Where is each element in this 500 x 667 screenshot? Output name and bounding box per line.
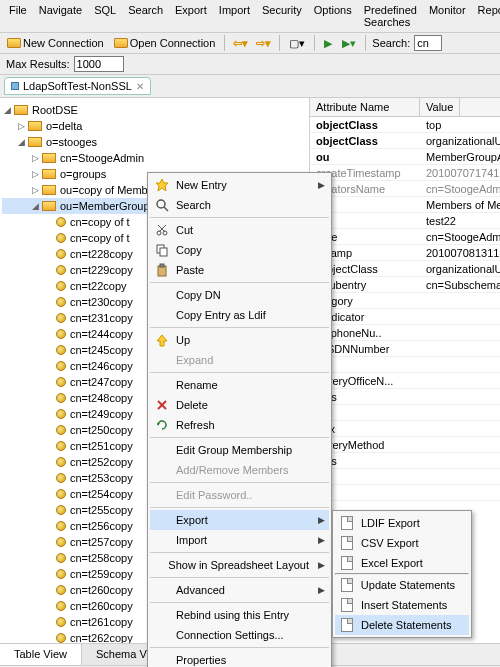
expand-icon[interactable]: ◢ [2,105,12,115]
close-tab-icon[interactable]: ✕ [136,81,144,92]
context-menu-item[interactable]: Rebind using this Entry [150,605,329,625]
blank-icon [154,627,170,643]
expand-icon[interactable]: ▷ [30,169,40,179]
context-menu-item[interactable]: Cut [150,220,329,240]
expand-icon[interactable]: ▷ [30,185,40,195]
context-menu-item[interactable]: Connection Settings... [150,625,329,645]
expand-icon[interactable]: ▷ [16,121,26,131]
context-menu-item[interactable]: Delete [150,395,329,415]
entry-icon [56,585,66,595]
attr-row[interactable]: objectClasstop [310,117,500,133]
blank-icon [154,377,170,393]
open-connection-button[interactable]: Open Connection [111,36,219,50]
attr-row[interactable]: ress [310,453,500,469]
attr-row[interactable]: ntest22 [310,213,500,229]
context-menu-item[interactable]: Show in Spreadsheet Layout▶ [150,555,329,575]
new-connection-button[interactable]: New Connection [4,36,107,50]
context-menu-label: Cut [176,224,193,236]
tree-node[interactable]: ▷cn=StoogeAdmin [2,150,307,166]
menu-monitor[interactable]: Monitor [424,2,471,30]
menu-file[interactable]: File [4,2,32,30]
context-menu-item[interactable]: Export▶ [150,510,329,530]
entry-icon [56,473,66,483]
tab-table-view[interactable]: Table View [0,644,82,665]
submenu-item[interactable]: Excel Export [335,553,469,573]
tree-node[interactable]: ◢RootDSE [2,102,307,118]
submenu-item[interactable]: Insert Statements [335,595,469,615]
attr-row[interactable]: de [310,485,500,501]
attr-row[interactable]: ouMemberGroupA [310,149,500,165]
tree-label: o=stooges [44,136,99,148]
context-menu-item[interactable]: New Entry▶ [150,175,329,195]
menu-predefined[interactable]: Predefined Searches [359,2,422,30]
attr-row[interactable]: nIndicator [310,309,500,325]
menu-search[interactable]: Search [123,2,168,30]
col-attr-name[interactable]: Attribute Name [310,98,420,116]
attr-row[interactable]: Box [310,421,500,437]
menu-reports[interactable]: Reports [473,2,500,30]
entry-icon [56,217,66,227]
context-menu-item: Edit Password.. [150,485,329,505]
attr-row[interactable]: createTimestamp20100707174120Z (W [310,165,500,181]
document-tab[interactable]: LdapSoftTest-NonSSL ✕ [4,77,151,95]
attr-row[interactable]: objectClassorganizationalUnit [310,133,500,149]
cut-icon [154,222,170,238]
attr-row[interactable]: creatorsNamecn=StoogeAdmin,o= [310,181,500,197]
attr-row[interactable]: elephoneNu.. [310,325,500,341]
search-input[interactable] [414,35,442,51]
context-menu-item[interactable]: Import▶ [150,530,329,550]
attr-row[interactable]: eliveryMethod [310,437,500,453]
expand-icon[interactable]: ◢ [30,201,40,211]
submenu-item[interactable]: CSV Export [335,533,469,553]
context-menu-item[interactable]: Copy [150,240,329,260]
run2-button[interactable]: ▶▾ [339,36,359,51]
attr-row[interactable]: aSubentrycn=Subschema [310,277,500,293]
attr-row[interactable] [310,469,500,485]
menu-options[interactable]: Options [309,2,357,30]
expand-icon[interactable]: ◢ [16,137,26,147]
context-menu-item[interactable]: Advanced▶ [150,580,329,600]
tree-label: cn=t257copy [68,536,135,548]
col-attr-value[interactable]: Value [420,98,460,116]
submenu-label: Excel Export [361,557,423,569]
submenu-item[interactable]: Delete Statements [335,615,469,635]
attr-row[interactable] [310,405,500,421]
attr-row[interactable]: estamp20100708131134Z (Th [310,245,500,261]
tree-label: cn=t254copy [68,488,135,500]
context-menu-item[interactable]: Paste [150,260,329,280]
attr-row[interactable] [310,357,500,373]
attr-row[interactable]: eliveryOfficeN... [310,373,500,389]
menu-navigate[interactable]: Navigate [34,2,87,30]
context-menu-item[interactable]: Rename [150,375,329,395]
attr-row[interactable]: lObjectClassorganizationalUnit [310,261,500,277]
attr-row[interactable]: amecn=StoogeAdmin,o= [310,229,500,245]
tree-node[interactable]: ▷o=delta [2,118,307,134]
context-menu-item[interactable]: Copy DN [150,285,329,305]
attr-row[interactable]: ress [310,389,500,405]
separator [224,35,225,51]
menu-sql[interactable]: SQL [89,2,121,30]
context-menu-item[interactable]: Refresh [150,415,329,435]
context-menu-label: Expand [176,354,213,366]
context-menu-item[interactable]: Properties [150,650,329,667]
submenu-item[interactable]: Update Statements [335,575,469,595]
search-label: Search: [372,37,410,49]
back-button[interactable]: ⇦▾ [231,37,250,50]
max-results-input[interactable] [74,56,124,72]
toolbar-btn[interactable]: ▢▾ [286,36,308,51]
context-menu-item[interactable]: Up [150,330,329,350]
forward-button[interactable]: ⇨▾ [254,37,273,50]
submenu-item[interactable]: LDIF Export [335,513,469,533]
context-menu-item[interactable]: Copy Entry as Ldif [150,305,329,325]
attr-row[interactable]: aliSDNNumber [310,341,500,357]
context-menu-item[interactable]: Edit Group Membership [150,440,329,460]
menu-security[interactable]: Security [257,2,307,30]
expand-icon[interactable]: ▷ [30,153,40,163]
menu-export[interactable]: Export [170,2,212,30]
menu-import[interactable]: Import [214,2,255,30]
tree-node[interactable]: ◢o=stooges [2,134,307,150]
attr-row[interactable]: nMembers of Member [310,197,500,213]
context-menu-item[interactable]: Search [150,195,329,215]
run-button[interactable]: ▶ [321,36,335,51]
attr-row[interactable]: ategory [310,293,500,309]
